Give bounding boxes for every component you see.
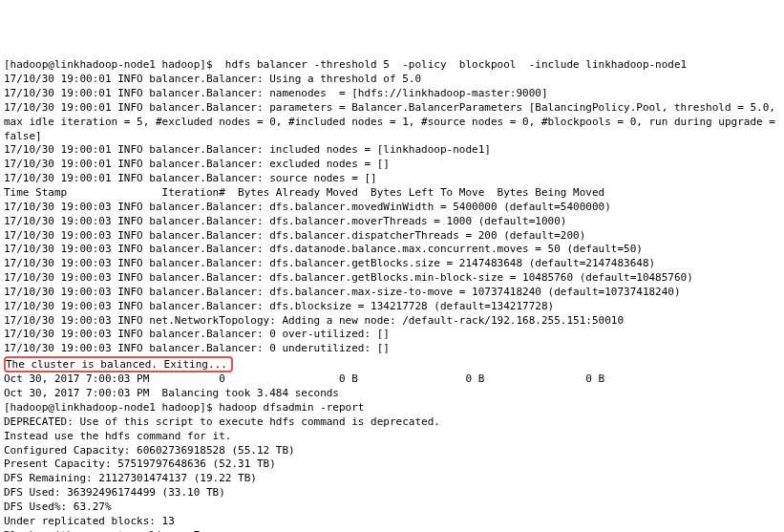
terminal-line: Oct 30, 2017 7:00:03 PM 0 0 B 0 B 0 B (4, 372, 780, 387)
terminal-line: 17/10/30 19:00:03 INFO balancer.Balancer… (4, 286, 780, 300)
terminal-line: 17/10/30 19:00:03 INFO balancer.Balancer… (4, 215, 780, 229)
terminal-line: DFS Used: 36392496174499 (33.10 TB) (4, 486, 780, 500)
terminal-line: [hadoop@linkhadoop-node1 hadoop]$ hdfs b… (4, 58, 780, 73)
terminal-line: DFS Used%: 63.27% (4, 500, 780, 515)
terminal-line: 17/10/30 19:00:03 INFO balancer.Balancer… (4, 229, 780, 244)
terminal-line: 17/10/30 19:00:01 INFO balancer.Balancer… (4, 73, 780, 87)
terminal-line: 17/10/30 19:00:03 INFO net.NetworkTopolo… (4, 314, 780, 329)
terminal-line: Time Stamp Iteration# Bytes Already Move… (4, 186, 780, 201)
terminal-output: [hadoop@linkhadoop-node1 hadoop]$ hdfs b… (4, 58, 780, 532)
terminal-line: 17/10/30 19:00:03 INFO balancer.Balancer… (4, 201, 780, 215)
terminal-line: 17/10/30 19:00:03 INFO balancer.Balancer… (4, 243, 780, 257)
terminal-line: 17/10/30 19:00:03 INFO balancer.Balancer… (4, 300, 780, 314)
terminal-line: Under replicated blocks: 13 (4, 515, 780, 529)
terminal-line: The cluster is balanced. Exiting... (4, 356, 780, 372)
terminal-line: Present Capacity: 57519797648636 (52.31 … (4, 458, 780, 472)
terminal-line: DFS Remaining: 21127301474137 (19.22 TB) (4, 472, 780, 486)
terminal-line: Configured Capacity: 60602736918528 (55.… (4, 444, 780, 458)
terminal-line: 17/10/30 19:00:01 INFO balancer.Balancer… (4, 87, 780, 101)
terminal-line: 17/10/30 19:00:03 INFO balancer.Balancer… (4, 328, 780, 342)
terminal-line: 17/10/30 19:00:01 INFO balancer.Balancer… (4, 158, 780, 172)
terminal-line: [hadoop@linkhadoop-node1 hadoop]$ hadoop… (4, 401, 780, 415)
terminal-line: Oct 30, 2017 7:00:03 PM Balancing took 3… (4, 387, 780, 401)
terminal-line: Blocks with corrupt replicas: 7 (4, 529, 780, 532)
highlighted-message: The cluster is balanced. Exiting... (4, 356, 233, 372)
terminal-line: 17/10/30 19:00:01 INFO balancer.Balancer… (4, 172, 780, 186)
terminal-line: DEPRECATED: Use of this script to execut… (4, 415, 780, 430)
terminal-line: 17/10/30 19:00:03 INFO balancer.Balancer… (4, 271, 780, 286)
terminal-line: Instead use the hdfs command for it. (4, 430, 780, 444)
terminal-line: 17/10/30 19:00:03 INFO balancer.Balancer… (4, 342, 780, 356)
terminal-line: 17/10/30 19:00:03 INFO balancer.Balancer… (4, 257, 780, 271)
terminal-line: 17/10/30 19:00:01 INFO balancer.Balancer… (4, 101, 780, 144)
terminal-line: 17/10/30 19:00:01 INFO balancer.Balancer… (4, 143, 780, 158)
